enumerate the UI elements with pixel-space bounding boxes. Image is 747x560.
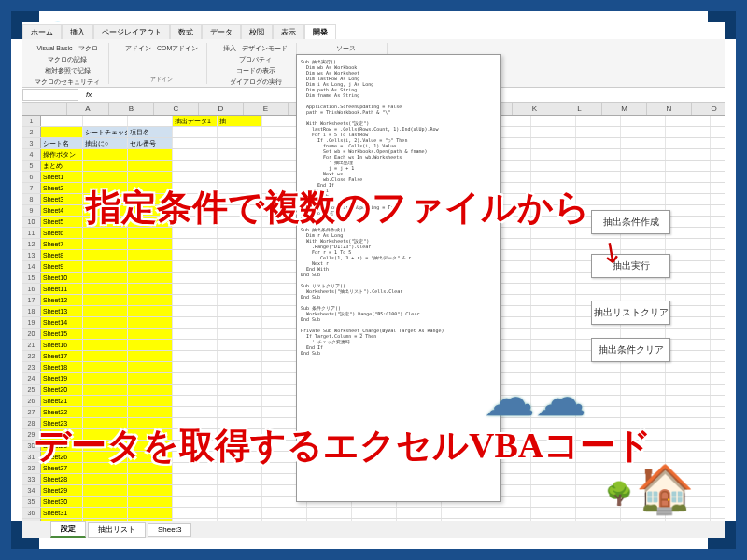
row-header[interactable]: 20 [22, 329, 41, 339]
ribbon-button[interactable]: プロパティ [236, 54, 275, 65]
cell[interactable]: Sheet13 [41, 306, 83, 316]
cell[interactable] [83, 373, 128, 384]
cell[interactable] [218, 149, 262, 160]
cell[interactable] [531, 172, 576, 182]
ribbon-button[interactable]: ダイアログの実行 [227, 77, 285, 88]
cell[interactable] [218, 138, 262, 148]
column-header[interactable]: A [67, 103, 109, 115]
cell[interactable]: Sheet15 [41, 329, 83, 339]
cell[interactable] [128, 239, 173, 249]
cell[interactable]: Sheet16 [41, 340, 83, 350]
row-header[interactable]: 34 [22, 485, 41, 496]
cell[interactable] [83, 172, 128, 182]
ribbon-button[interactable]: 相対参照で記録 [42, 65, 93, 77]
cell[interactable]: 操作ボタン [41, 149, 83, 160]
cell[interactable] [128, 497, 173, 507]
cell[interactable] [218, 284, 262, 294]
cell[interactable] [218, 306, 262, 316]
cell[interactable] [83, 385, 128, 395]
cell[interactable] [486, 508, 531, 518]
row-header[interactable]: 22 [22, 351, 41, 361]
cell[interactable] [531, 340, 576, 350]
cell[interactable] [83, 116, 128, 126]
cell[interactable]: Sheet20 [41, 385, 83, 395]
row-header[interactable]: 18 [22, 306, 41, 316]
cell[interactable] [531, 306, 576, 316]
cell[interactable] [666, 284, 711, 294]
cell[interactable]: Sheet12 [41, 295, 83, 305]
cell[interactable] [666, 183, 711, 193]
cell[interactable] [531, 295, 576, 305]
cell[interactable] [621, 385, 666, 395]
cell[interactable] [621, 194, 666, 204]
ribbon-button[interactable]: Visual Basic [34, 44, 75, 52]
cell[interactable]: シート名 [41, 138, 83, 148]
cell[interactable] [128, 407, 173, 417]
column-header[interactable]: B [109, 103, 154, 115]
column-header[interactable]: E [244, 103, 289, 115]
ribbon-button[interactable]: アドイン [122, 43, 154, 54]
cell[interactable] [128, 161, 173, 171]
cell[interactable] [531, 329, 576, 339]
cell[interactable] [128, 306, 173, 316]
cell[interactable] [666, 329, 711, 339]
cell[interactable] [128, 351, 173, 361]
cell[interactable] [173, 295, 218, 305]
cell[interactable] [666, 194, 711, 204]
row-header[interactable]: 17 [22, 295, 41, 305]
cell[interactable] [218, 474, 262, 484]
cell[interactable] [83, 362, 128, 372]
clear-condition-button[interactable]: 抽出条件クリア [591, 338, 670, 362]
row-header[interactable]: 11 [22, 228, 41, 238]
ribbon-button[interactable]: デザインモード [239, 43, 290, 54]
cell[interactable]: Sheet22 [41, 407, 83, 417]
cell[interactable] [576, 116, 621, 126]
cell[interactable] [666, 441, 711, 451]
cell[interactable] [173, 284, 218, 294]
cell[interactable] [531, 116, 576, 126]
cell[interactable]: Sheet6 [41, 228, 83, 238]
sheet-tab[interactable]: 抽出リスト [88, 522, 146, 538]
cell[interactable]: Sheet14 [41, 317, 83, 328]
cell[interactable]: Sheet4 [41, 205, 83, 216]
ribbon-button[interactable]: マクロのセキュリティ [32, 77, 103, 88]
ribbon-button[interactable]: ソース [333, 43, 359, 54]
cell[interactable] [173, 250, 218, 260]
cell[interactable]: Sheet17 [41, 351, 83, 361]
cell[interactable] [666, 362, 711, 372]
column-header[interactable] [22, 103, 67, 115]
cell[interactable] [666, 373, 711, 384]
cell[interactable] [83, 250, 128, 260]
cell[interactable] [621, 127, 666, 137]
cell[interactable] [576, 508, 621, 518]
row-header[interactable]: 33 [22, 474, 41, 484]
cell[interactable] [128, 396, 173, 406]
cell[interactable] [83, 474, 128, 484]
cell[interactable] [83, 261, 128, 272]
cell[interactable] [621, 172, 666, 182]
cell[interactable] [218, 407, 262, 417]
cell[interactable] [666, 385, 711, 395]
cell[interactable] [173, 161, 218, 171]
cell[interactable] [531, 273, 576, 283]
cell[interactable] [83, 161, 128, 171]
cell[interactable]: Sheet30 [41, 497, 83, 507]
cell[interactable] [621, 396, 666, 406]
cell[interactable] [352, 508, 397, 518]
cell[interactable] [666, 228, 711, 238]
row-header[interactable]: 13 [22, 250, 41, 260]
clear-list-button[interactable]: 抽出リストクリア [591, 301, 670, 325]
column-header[interactable]: D [199, 103, 244, 115]
ribbon-button[interactable]: COMアドイン [154, 43, 201, 54]
cell[interactable] [621, 284, 666, 294]
cell[interactable] [83, 284, 128, 294]
cell[interactable] [173, 329, 218, 339]
cell[interactable] [173, 149, 218, 160]
cell[interactable] [128, 172, 173, 182]
cell[interactable] [218, 497, 262, 507]
cell[interactable] [218, 373, 262, 384]
cell[interactable] [307, 508, 352, 518]
cell[interactable] [531, 508, 576, 518]
cell[interactable] [218, 161, 262, 171]
cell[interactable]: Sheet5 [41, 217, 83, 227]
